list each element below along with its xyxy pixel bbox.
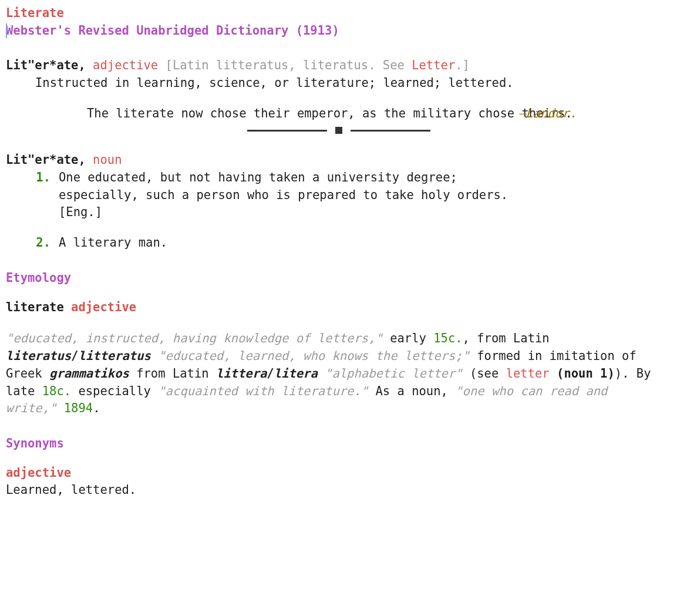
cross-ref-letter[interactable]: Letter bbox=[412, 58, 455, 72]
latin-term: literatus bbox=[6, 349, 71, 363]
sense-number: 1. bbox=[35, 169, 50, 221]
part-of-speech: adjective bbox=[71, 300, 136, 314]
ety-gloss: "acquainted with literature." bbox=[158, 384, 368, 398]
latin-term: litera bbox=[274, 366, 318, 381]
sense-number: 2. bbox=[35, 234, 50, 252]
ety-date: 1894 bbox=[64, 401, 93, 415]
headword-title: Literate bbox=[6, 5, 671, 22]
sense-text: A literary man. bbox=[59, 234, 534, 252]
subtitle-text: Webster's Revised Unabridged Dictionary … bbox=[6, 23, 339, 38]
sense-text: One educated, but not having taken a uni… bbox=[59, 169, 534, 221]
section-synonyms-heading: Synonyms bbox=[6, 435, 671, 453]
synonyms-pos: adjective bbox=[6, 464, 671, 482]
entry-headword: Lit"er*ate bbox=[6, 153, 78, 167]
noun-sense-1: 1. One educated, but not having taken a … bbox=[6, 169, 534, 221]
ety-date: 15c. bbox=[433, 331, 462, 345]
section-etymology-heading: Etymology bbox=[6, 270, 671, 287]
dictionary-subtitle: Webster's Revised Unabridged Dictionary … bbox=[6, 22, 671, 40]
text-cursor-icon bbox=[6, 23, 7, 39]
quotation-block: The literate now chose their emperor, as… bbox=[6, 105, 577, 122]
greek-term: grammatikos bbox=[49, 366, 129, 381]
definition-adjective: Instructed in learning, science, or lite… bbox=[6, 75, 523, 92]
etymology-body: "educated, instructed, having knowledge … bbox=[6, 330, 663, 418]
part-of-speech: noun bbox=[93, 153, 122, 167]
etymology-word: literate bbox=[6, 300, 64, 314]
ety-date: 18c. bbox=[42, 384, 71, 398]
entry-headword: Lit"er*ate bbox=[6, 58, 78, 72]
synonyms-text: Learned, lettered. bbox=[6, 482, 671, 499]
ety-gloss: "educated, instructed, having knowledge … bbox=[6, 331, 383, 345]
latin-term: litteratus bbox=[78, 349, 150, 363]
ety-gloss: "alphabetic letter" bbox=[325, 366, 463, 381]
ety-gloss: "educated, learned, who knows the letter… bbox=[158, 349, 470, 363]
cross-ref-letter[interactable]: letter bbox=[506, 366, 550, 381]
latin-term: littera bbox=[216, 366, 267, 381]
entry-noun-head: Lit"er*ate, noun bbox=[6, 152, 671, 169]
quotation-text: The literate now chose their emperor, as… bbox=[87, 105, 577, 123]
etymology-bracket: [Latin litteratus, literatus. See Letter… bbox=[166, 58, 470, 72]
noun-sense-2: 2. A literary man. bbox=[6, 234, 534, 252]
synonyms-body: adjective Learned, lettered. bbox=[6, 464, 671, 499]
etymology-word-line: literate adjective bbox=[6, 299, 671, 317]
entry-divider-icon bbox=[6, 127, 671, 134]
part-of-speech: adjective bbox=[93, 58, 158, 72]
entry-adjective-head: Lit"er*ate, adjective [Latin litteratus,… bbox=[6, 57, 671, 75]
